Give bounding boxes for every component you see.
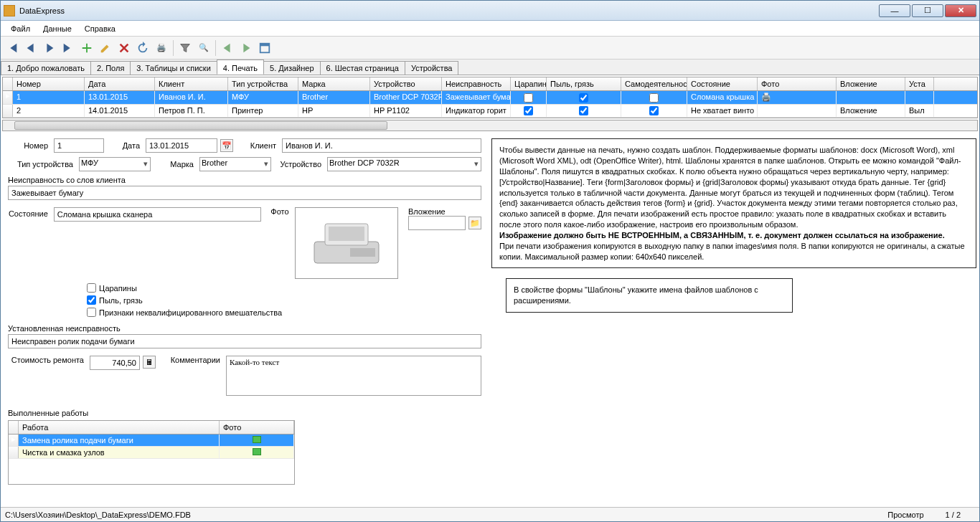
label-scratch: Царапины — [99, 284, 137, 293]
tab-bar: 1. Добро пожаловать2. Поля3. Таблицы и с… — [1, 60, 979, 75]
tamper-checkbox[interactable] — [87, 308, 96, 317]
grid-header[interactable]: Марка — [298, 77, 370, 90]
svg-rect-1 — [260, 43, 270, 46]
grid-header[interactable]: Уста — [905, 77, 934, 90]
titlebar: DataExpress — ☐ ✕ — [1, 1, 979, 21]
print-icon[interactable]: 🖨️ — [153, 39, 170, 57]
device-select[interactable]: Brother DCP 7032R — [327, 157, 481, 171]
close-button[interactable]: ✕ — [945, 4, 976, 17]
attach-browse-icon[interactable]: 📁 — [468, 217, 481, 229]
tab-0[interactable]: 1. Добро пожаловать — [1, 61, 91, 75]
tab-6[interactable]: Устройства — [405, 61, 459, 75]
label-fault-words: Неисправность со слов клиента — [8, 176, 481, 184]
label-found: Установленная неисправность — [8, 324, 481, 333]
grid-header[interactable]: Самодеятельнос — [621, 77, 687, 90]
label-cost: Стоимость ремонта — [8, 356, 87, 364]
works-header-work: Работа — [19, 421, 220, 434]
found-field[interactable] — [8, 334, 481, 348]
grid-header[interactable]: Клиент — [155, 77, 228, 90]
table-row[interactable]: 214.01.2015Петров П. П.ПринтерHPHP P1102… — [3, 105, 977, 118]
attach-field[interactable] — [408, 216, 466, 230]
label-client: Клиент — [236, 141, 279, 150]
delete-icon[interactable] — [116, 39, 133, 57]
status-mode: Просмотр — [887, 511, 923, 519]
label-attach: Вложение — [408, 207, 481, 216]
label-state: Состояние — [8, 207, 51, 218]
window-title: DataExpress — [19, 6, 879, 15]
nav-prev-icon[interactable] — [22, 39, 39, 57]
grid-header[interactable]: Пыль, грязь — [547, 77, 621, 90]
menu-file[interactable]: Файл — [5, 23, 36, 34]
printer-icon: 🖨️ — [761, 92, 771, 101]
brand-select[interactable]: Brother — [199, 157, 271, 171]
number-field[interactable] — [54, 138, 104, 153]
nav-first-icon[interactable] — [4, 39, 21, 57]
go-prev-icon[interactable] — [219, 39, 236, 57]
tab-2[interactable]: 3. Таблицы и списки — [130, 61, 217, 75]
layout-icon[interactable] — [256, 39, 273, 57]
label-photo: Фото — [264, 207, 292, 216]
maximize-button[interactable]: ☐ — [912, 4, 943, 17]
scratch-checkbox[interactable] — [87, 283, 96, 293]
works-row[interactable]: ▸Замена ролика подачи бумаги — [9, 435, 294, 447]
grid-header[interactable]: Неисправность — [442, 77, 511, 90]
dust-checkbox[interactable] — [87, 295, 96, 305]
grid-header[interactable]: Устройство — [370, 77, 442, 90]
tab-3[interactable]: 4. Печать — [217, 60, 264, 75]
tip-box: В свойстве формы "Шаблоны" укажите имена… — [506, 278, 793, 313]
grid-header[interactable]: Тип устройства — [228, 77, 298, 90]
comments-field[interactable] — [226, 356, 481, 396]
photo-box[interactable] — [295, 207, 398, 279]
label-number: Номер — [8, 141, 51, 150]
works-row[interactable]: Чистка и смазка узлов — [9, 447, 294, 459]
tab-1[interactable]: 2. Поля — [90, 61, 131, 75]
add-icon[interactable] — [78, 39, 95, 57]
state-field[interactable] — [54, 207, 261, 222]
records-grid[interactable]: НомерДатаКлиентТип устройстваМаркаУстрой… — [2, 77, 978, 118]
refresh-icon[interactable] — [134, 39, 151, 57]
menu-data[interactable]: Данные — [37, 23, 77, 34]
works-subgrid[interactable]: Работа Фото ▸Замена ролика подачи бумаги… — [8, 420, 295, 485]
status-pager: 1 / 2 — [946, 511, 961, 519]
grid-header[interactable]: Номер — [13, 77, 85, 90]
edit-icon[interactable] — [97, 39, 114, 57]
grid-header[interactable]: Дата — [85, 77, 155, 90]
fault-words-field[interactable] — [8, 186, 481, 200]
grid-header[interactable]: Вложение — [837, 77, 905, 90]
svg-rect-5 — [350, 248, 375, 257]
nav-last-icon[interactable] — [60, 39, 77, 57]
label-works: Выполненные работы — [8, 409, 481, 417]
statusbar: C:\Users\Хозяин\Desktop\_DataExpress\DEM… — [1, 507, 979, 521]
tab-5[interactable]: 6. Шестая страница — [320, 61, 405, 75]
menu-help[interactable]: Справка — [79, 23, 121, 34]
minimize-button[interactable]: — — [879, 4, 910, 17]
nav-next-icon[interactable] — [41, 39, 58, 57]
grid-header[interactable]: Царапины — [511, 77, 547, 90]
label-comments: Комментарии — [159, 356, 223, 364]
label-devtype: Тип устройства — [8, 160, 76, 169]
menubar: Файл Данные Справка — [1, 21, 979, 37]
app-icon — [4, 5, 15, 16]
help-box: Чтобы вывести данные на печать, нужно со… — [491, 138, 976, 268]
label-tamper: Признаки неквалифицированного вмешательс… — [99, 308, 282, 317]
grid-header[interactable]: Фото — [758, 77, 837, 90]
grid-hscroll[interactable] — [2, 120, 978, 131]
client-field[interactable] — [282, 138, 481, 153]
svg-rect-4 — [329, 227, 364, 241]
grid-header[interactable]: Состояние — [687, 77, 758, 90]
date-field[interactable] — [146, 138, 217, 153]
works-header-photo: Фото — [220, 421, 294, 434]
calc-icon[interactable]: 🖩 — [143, 356, 156, 369]
filter-icon[interactable] — [176, 39, 194, 57]
calendar-icon[interactable]: 📅 — [220, 139, 233, 152]
find-icon[interactable]: 🔍 — [195, 39, 212, 57]
table-row[interactable]: ▸113.01.2015Иванов И. И.МФУBrotherBrothe… — [3, 91, 977, 105]
tab-4[interactable]: 5. Дизайнер — [263, 61, 320, 75]
go-next-icon[interactable] — [237, 39, 255, 57]
devtype-select[interactable]: МФУ — [79, 157, 151, 171]
label-device: Устройство — [274, 160, 324, 169]
label-brand: Марка — [154, 160, 197, 169]
status-path: C:\Users\Хозяин\Desktop\_DataExpress\DEM… — [5, 511, 191, 519]
cost-field[interactable] — [90, 356, 140, 370]
toolbar: 🖨️ 🔍 — [1, 37, 979, 60]
